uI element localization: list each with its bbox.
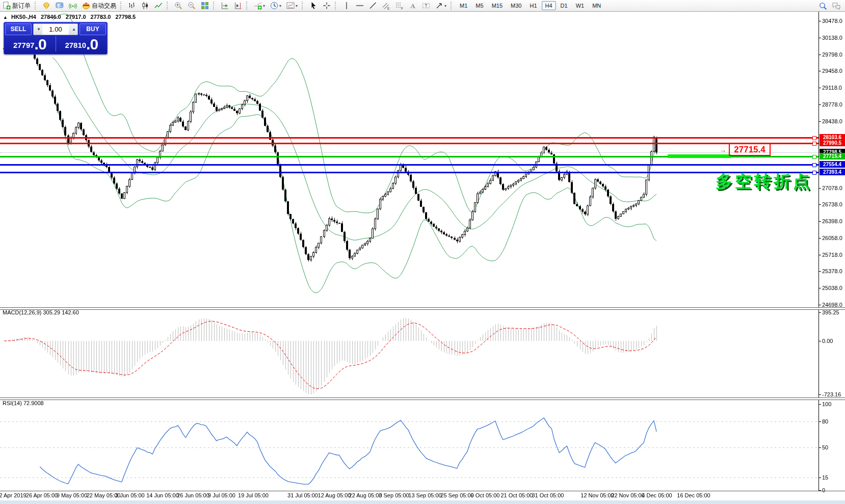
price-annotation-box[interactable]: 27715.4 <box>729 143 771 156</box>
line-handle[interactable] <box>812 163 816 167</box>
arrows-button[interactable]: ▾ <box>433 0 448 11</box>
auto-trading-button[interactable]: 自动交易 <box>80 0 118 11</box>
fibonacci-button[interactable]: F <box>393 0 406 11</box>
support-line[interactable] <box>0 164 818 166</box>
line-handle[interactable] <box>812 142 816 146</box>
time-axis-label[interactable]: 31 Jul 05:00 <box>287 492 318 498</box>
auto-scroll-button[interactable] <box>219 0 231 11</box>
time-axis-label[interactable]: 3 Sep 05:00 <box>379 492 409 498</box>
community-button[interactable] <box>54 0 66 11</box>
time-axis-label[interactable]: 14 Jun 05:00 <box>146 492 179 498</box>
timeframe-h1-button[interactable]: H1 <box>526 1 540 10</box>
timeframe-m15-button[interactable]: M15 <box>488 1 506 10</box>
line-handle[interactable] <box>812 155 816 159</box>
line-handle[interactable] <box>812 136 816 140</box>
text-button[interactable]: A <box>407 0 419 11</box>
price-axis-tick: 25038.0 <box>822 285 842 291</box>
time-axis-label[interactable]: 12 Nov 05:00 <box>580 492 614 498</box>
periods-button[interactable]: ▾ <box>268 0 283 11</box>
volume-down-button[interactable]: ▼ <box>34 24 42 35</box>
bar-chart-button[interactable] <box>126 0 138 11</box>
time-axis-label[interactable]: 21 Oct 05:00 <box>501 492 533 498</box>
cursor-button[interactable] <box>307 0 320 11</box>
line-handle[interactable] <box>812 171 816 175</box>
volume-input[interactable] <box>42 25 69 34</box>
macd-axis-tick: 395.25 <box>822 309 839 315</box>
signals-button[interactable] <box>67 0 79 11</box>
symbol-ohlc-line[interactable]: ▲ HK50-,H4 27846.0 27917.0 27783.0 27798… <box>3 14 139 20</box>
time-axis-label[interactable]: 16 Dec 05:00 <box>677 492 710 498</box>
time-axis-label[interactable]: 3 Jun 05:00 <box>115 492 145 498</box>
equidistant-channel-button[interactable]: E <box>380 0 392 11</box>
rsi-panel-separator[interactable] <box>0 397 845 400</box>
line-chart-icon <box>154 2 163 10</box>
volume-up-button[interactable]: ▲ <box>69 24 77 35</box>
buy-price[interactable]: 27810 .0 <box>56 35 108 52</box>
time-axis-label[interactable]: 25 Sep 05:00 <box>440 492 473 498</box>
volume-stepper: ▼ ▲ <box>33 23 78 35</box>
support-line[interactable] <box>0 172 818 173</box>
time-axis-label[interactable]: 9 Oct 05:00 <box>471 492 500 498</box>
timeframe-m1-button[interactable]: M1 <box>456 1 471 10</box>
timeframe-d1-button[interactable]: D1 <box>557 1 571 10</box>
resistance-line[interactable] <box>0 143 818 144</box>
chat-icon <box>832 2 840 10</box>
zoom-in-button[interactable] <box>172 0 184 11</box>
green-highlight-segment[interactable] <box>668 154 731 158</box>
main-toolbar: 新订单自动交易▾▾▾EFAT▾M1M5M15M30H1H4D1W1MN <box>0 0 845 12</box>
macd-panel-separator[interactable] <box>0 307 845 310</box>
pivot-point-note-cn[interactable]: 多空转折点 <box>716 170 812 193</box>
time-axis-label[interactable]: 19 Jul 05:00 <box>238 492 269 498</box>
time-axis-label[interactable]: 4 Dec 05:00 <box>642 492 672 498</box>
horizontal-line-button[interactable] <box>354 0 366 11</box>
hline-icon <box>356 2 364 10</box>
vertical-line-button[interactable] <box>340 0 353 11</box>
market-button[interactable] <box>40 0 52 11</box>
buy-button[interactable]: BUY <box>80 23 106 35</box>
time-axis-label[interactable]: 9 May 05:00 <box>57 492 88 498</box>
chevron-down-icon[interactable]: ▾ <box>279 4 281 8</box>
crosshair-button[interactable] <box>321 0 333 11</box>
trendline-button[interactable] <box>367 0 379 11</box>
chart-area[interactable] <box>0 0 845 504</box>
text-label-button[interactable]: T <box>420 0 432 11</box>
toolbar-separator <box>213 2 217 10</box>
one-click-trading-panel: SELL ▼ ▲ BUY 27797 .0 27810 .0 <box>4 22 108 55</box>
ohlc-low: 27783.0 <box>91 14 111 20</box>
candlestick-chart-button[interactable] <box>139 0 151 11</box>
sell-button[interactable]: SELL <box>5 23 32 35</box>
timeframe-m5-button[interactable]: M5 <box>472 1 487 10</box>
chevron-down-icon[interactable]: ▾ <box>444 4 446 8</box>
time-axis-label[interactable]: 13 Sep 05:00 <box>408 492 441 498</box>
line-chart-button[interactable] <box>152 0 165 11</box>
tile-windows-button[interactable] <box>199 0 211 11</box>
time-axis-label[interactable]: 9 Jul 05:00 <box>208 492 235 498</box>
indicators-button[interactable]: ▾ <box>252 0 267 11</box>
time-axis-separator <box>0 491 845 491</box>
time-axis-label[interactable]: 12 Apr 2019 <box>0 492 27 498</box>
current-bid-line[interactable] <box>0 152 818 153</box>
chat-button[interactable] <box>830 1 842 12</box>
collapse-panel-icon[interactable]: ▲ <box>3 15 8 20</box>
time-axis-label[interactable]: 31 Oct 05:00 <box>532 492 564 498</box>
chevron-down-icon[interactable]: ▾ <box>263 4 265 8</box>
time-axis-label[interactable]: 12 Aug 05:00 <box>318 492 351 498</box>
timeframe-h4-button[interactable]: H4 <box>542 1 556 10</box>
search-button[interactable] <box>817 1 829 12</box>
sell-price[interactable]: 27797 .0 <box>4 35 56 52</box>
time-axis-label[interactable]: 26 Jun 05:00 <box>177 492 209 498</box>
time-axis-label[interactable]: 22 Nov 05:00 <box>611 492 644 498</box>
time-axis-label[interactable]: 22 Aug 05:00 <box>349 492 382 498</box>
time-axis-label[interactable]: 26 Apr 05:00 <box>26 492 58 498</box>
chevron-down-icon[interactable]: ▾ <box>296 4 298 8</box>
new-order-button[interactable]: 新订单 <box>1 0 33 11</box>
timeframe-m30-button[interactable]: M30 <box>507 1 525 10</box>
timeframe-w1-button[interactable]: W1 <box>572 1 588 10</box>
tile-windows-icon <box>201 2 209 10</box>
resistance-line[interactable] <box>0 137 818 139</box>
zoom-out-button[interactable] <box>186 0 198 11</box>
price-axis-tick: 27078.0 <box>822 185 842 191</box>
timeframe-mn-button[interactable]: MN <box>589 1 604 10</box>
chart-shift-button[interactable] <box>232 0 244 11</box>
templates-button[interactable]: ▾ <box>284 0 300 11</box>
